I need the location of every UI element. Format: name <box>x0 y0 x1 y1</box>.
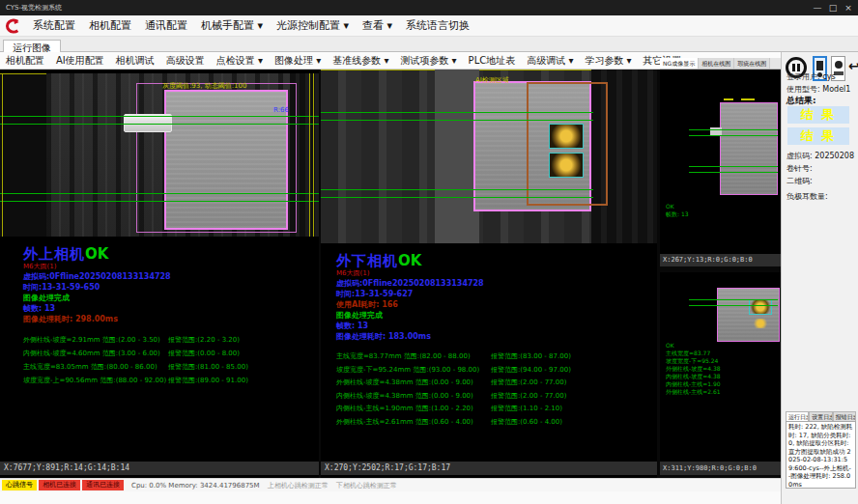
mini-cursor-readout-bottom: X:311;Y:980;R:0;G:0;B:0 <box>660 462 781 475</box>
app-logo-icon <box>5 18 20 34</box>
camera-title: 外上相机 <box>23 245 85 263</box>
mini-image <box>717 288 780 342</box>
toolbar-item[interactable]: 图像处理 ▾ <box>269 52 327 70</box>
baseline <box>0 201 319 202</box>
mini-info-line: 主线宽度=83.77 <box>666 350 721 357</box>
info-line: 时间:13-31-59-650 <box>23 282 248 293</box>
menu-item[interactable]: 机械手配置 ▾ <box>194 15 270 37</box>
mini-info-line: OK <box>666 342 721 350</box>
threshold-overlay: 灰度阈值:93, 动态阈值:100 <box>162 81 246 91</box>
mini-view-top[interactable]: OK帧数: 13 <box>660 70 781 254</box>
product-region <box>164 90 288 230</box>
camera-view-upper[interactable]: 灰度阈值:93, 动态阈值:100 R:66 外上相机OK M6大圆(1) 虚拟… <box>0 70 319 478</box>
menu-item[interactable]: 系统语言切换 <box>399 15 476 37</box>
maximize-button[interactable]: □ <box>825 0 841 15</box>
toolbar-item[interactable]: AI使用配置 <box>50 52 110 70</box>
mini-view-bottom[interactable]: OK主线宽度=83.77坡度宽度-下=95.24外侧柱线-坡度=4.38内侧柱线… <box>660 272 781 462</box>
tab-count-label: 负极耳数量: <box>786 191 828 202</box>
measurement-row: 主线宽度=83.05mm 范围:(80.00 - 86.00) 报警范围:(81… <box>23 360 248 374</box>
info-line: 图像处理完成 <box>23 293 248 303</box>
qr-label: 二维码: <box>786 176 813 186</box>
status-badge: 通讯已连接 <box>82 480 124 490</box>
toolbar-item[interactable]: 测试项参数 ▾ <box>394 52 462 70</box>
mini-info-line: 坡度宽度-下=95.24 <box>666 357 721 365</box>
defect-glow <box>753 319 768 328</box>
cpu-memory-readout: Cpu: 0.0% Memory: 3424.41796875M <box>131 482 260 490</box>
measurement-row: 坡度宽度-上=90.56mm 范围:(88.00 - 92.00) 报警范围:(… <box>23 374 248 387</box>
baseline <box>321 197 593 198</box>
measurement-row: 内侧柱线-主线=1.90mm 范围:(1.00 - 2.20) 报警范围:(1.… <box>336 403 571 416</box>
baseline <box>321 189 593 190</box>
measurement-row: 外侧柱线-坡度=2.91mm 范围:(2.00 - 3.50) 报警范围:(2.… <box>23 333 248 347</box>
result-badge-2: 结 果 <box>787 127 849 145</box>
menu-item[interactable]: 相机配置 <box>82 15 138 37</box>
app-window: CYS-视觉检测系统 — □ × 系统配置相机配置通讯配置机械手配置 ▾光源控制… <box>0 0 858 504</box>
info-line: 帧数: 13 <box>336 321 571 331</box>
toolbar-item[interactable]: PLC地址表 <box>463 52 522 70</box>
cursor-readout-upper: X:7677;Y:891;R:14;G:14;B:14 <box>0 462 319 475</box>
measurement-row: 外侧柱线-坡度=4.38mm 范围:(0.00 - 9.00) 报警范围:(2.… <box>336 377 571 390</box>
mini-view-tab[interactable]: 相机在线图 <box>699 58 734 69</box>
sidebar: ↩ 登录用户: cys 使用型号: Model1 总结果: 结 果 结 果 虚拟… <box>781 52 858 504</box>
result-block-lower: 外下相机OK M6大圆(1) 虚拟码:0Ffline20250208133134… <box>336 251 571 429</box>
code-value: 20250208 <box>815 152 854 160</box>
model-label: 使用型号: <box>786 84 820 95</box>
mini-info-line: 帧数: 13 <box>666 210 689 218</box>
defect-box <box>749 299 772 315</box>
pin-label: 卷针号: <box>786 163 813 174</box>
menu-item[interactable]: 通讯配置 <box>138 15 194 37</box>
menu-item[interactable]: 查看 ▾ <box>356 15 399 37</box>
info-line: 时间:13-31-59-627 <box>336 289 571 299</box>
baseline <box>0 116 319 117</box>
logout-icon[interactable]: ↩ <box>848 58 858 73</box>
camera-view-lower[interactable]: AI检测区域 外下相机OK M6大圆(1) 虚拟码:0Ffline2025020… <box>321 70 657 478</box>
result-status: OK <box>398 252 421 269</box>
baseline <box>0 193 319 194</box>
info-line: 使用AI耗时: 166 <box>336 299 571 310</box>
user-row: 登录用户: cys <box>786 71 836 82</box>
info-line: 图像处理耗时: 298.00ms <box>23 314 248 324</box>
minimize-button[interactable]: — <box>810 0 825 15</box>
model-field[interactable]: Model1 <box>822 85 850 94</box>
result-badge-1: 结 果 <box>787 106 849 124</box>
mini-view-tabs: NG成像显示相机在线图瑕疵在线图 <box>660 58 781 70</box>
toolbar-item[interactable]: 相机配置 <box>0 52 50 70</box>
result-block-upper: 外上相机OK M6大圆(1) 虚拟码:0Ffline20250208133134… <box>23 244 248 387</box>
user-field[interactable]: cys <box>822 72 835 81</box>
mini-info-line: 内侧柱线-坡度=4.38 <box>666 373 721 380</box>
point-overlay: R:66 <box>273 106 289 114</box>
cursor-readout-lower: X:270;Y:2502;R:17;G:17;B:17 <box>321 462 657 475</box>
user-label: 登录用户: <box>786 71 820 82</box>
result-status: OK <box>85 245 108 263</box>
info-line: 帧数: 13 <box>23 303 248 314</box>
toolbar-item[interactable]: 点检设置 ▾ <box>211 52 269 70</box>
menubar: 系统配置相机配置通讯配置机械手配置 ▾光源控制配置 ▾查看 ▾系统语言切换 <box>0 15 858 37</box>
toolbar-item[interactable]: 高级调试 ▾ <box>521 52 579 70</box>
code-label: 虚拟码: <box>786 151 813 161</box>
mini-view-tab[interactable]: NG成像显示 <box>660 58 699 69</box>
defect-box <box>549 124 584 149</box>
mini-info-line: 内侧柱线-主线=1.90 <box>666 380 721 388</box>
info-line: 图像处理完成 <box>336 310 571 321</box>
camera-image-lower <box>321 70 657 243</box>
log-output[interactable]: 耗时: 222, 缺陷检测耗时: 17, 缺陷分类耗时: 0, 缺陷提取分区耗时… <box>786 421 856 489</box>
baseline <box>321 120 593 121</box>
measurement-row: 内侧柱线-坡度=4.38mm 范围:(0.00 - 9.00) 报警范围:(2.… <box>336 390 571 404</box>
tabstrip: 运行图像 <box>0 37 858 52</box>
mini-cursor-readout-top: X:267;Y:13;R:0;G:0;B:0 <box>660 254 781 266</box>
measurement-row: 外侧柱线-主线=2.61mm 范围:(0.60 - 4.00) 报警范围:(0.… <box>336 416 571 430</box>
toolbar-item[interactable]: 高级设置 <box>160 52 211 70</box>
camera-image-upper <box>0 73 319 237</box>
defect-box <box>549 153 584 178</box>
code-row: 虚拟码: 20250208 <box>786 151 854 161</box>
toolbar-item[interactable]: 相机调试 <box>110 52 160 70</box>
menu-item[interactable]: 系统配置 <box>26 15 82 37</box>
close-button[interactable]: × <box>841 0 856 15</box>
baseline <box>0 124 319 125</box>
mini-view-tab[interactable]: 瑕疵在线图 <box>734 58 770 69</box>
menu-item[interactable]: 光源控制配置 ▾ <box>270 15 356 37</box>
toolbar-item[interactable]: 学习参数 ▾ <box>579 52 637 70</box>
toolbar-item[interactable]: 基准线参数 ▾ <box>327 52 394 70</box>
upper-camera-status: 上相机心跳检测正常 <box>268 481 329 490</box>
mini-info-line: OK <box>666 203 689 210</box>
